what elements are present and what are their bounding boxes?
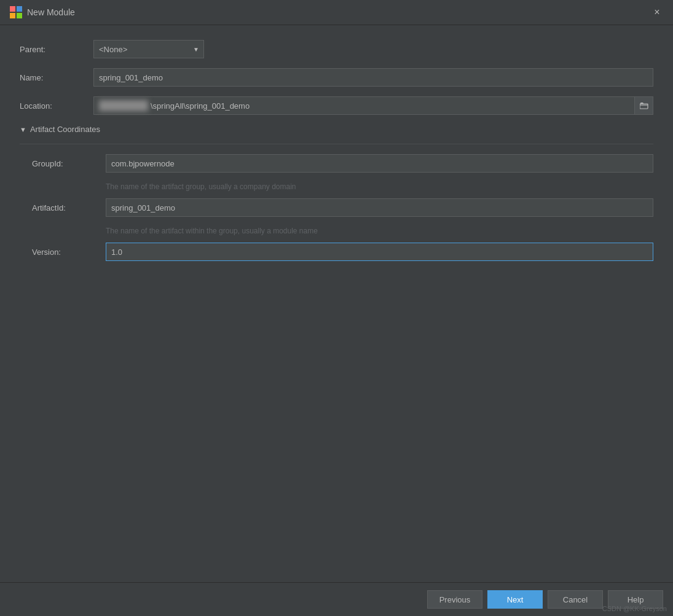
artifactid-label: ArtifactId: (32, 203, 106, 212)
location-blurred-part (99, 100, 148, 111)
svg-rect-3 (17, 13, 22, 18)
svg-rect-4 (640, 104, 648, 109)
name-row: Name: (20, 68, 653, 87)
dialog-content: Parent: <None> Name: Location: \springAl… (0, 25, 673, 582)
groupid-row: GroupId: (32, 154, 653, 173)
previous-button[interactable]: Previous (427, 590, 482, 609)
artifact-coordinates-content: GroupId: The name of the artifact group,… (32, 154, 653, 261)
version-row: Version: (32, 243, 653, 261)
artifact-coordinates-header: ▼ Artifact Coordinates (20, 125, 653, 134)
parent-label: Parent: (20, 45, 93, 54)
name-input-wrapper (93, 68, 653, 87)
location-path: \springAll\spring_001_demo (151, 101, 250, 111)
location-label: Location: (20, 101, 93, 111)
artifactid-input-wrapper (106, 198, 653, 217)
svg-rect-1 (17, 6, 22, 12)
artifactid-input[interactable] (106, 198, 653, 217)
new-module-dialog: New Module × Parent: <None> Name: Locati… (0, 0, 673, 616)
groupid-label: GroupId: (32, 159, 106, 168)
groupid-input-wrapper (106, 154, 653, 173)
parent-select[interactable]: <None> (93, 40, 204, 58)
cancel-button[interactable]: Cancel (548, 590, 603, 609)
location-browse-button[interactable] (635, 96, 653, 115)
groupid-hint: The name of the artifact group, usually … (106, 182, 653, 191)
section-divider (20, 144, 653, 144)
parent-row: Parent: <None> (20, 40, 653, 58)
location-input-wrapper: \springAll\spring_001_demo (93, 96, 653, 115)
parent-select-container: <None> (93, 40, 204, 58)
version-input-wrapper (106, 243, 653, 261)
svg-rect-2 (10, 13, 15, 18)
artifactid-hint: The name of the artifact within the grou… (106, 227, 653, 235)
svg-rect-0 (10, 6, 15, 12)
close-button[interactable]: × (651, 6, 663, 18)
app-icon (10, 6, 22, 18)
title-bar: New Module × (0, 0, 673, 25)
dialog-title: New Module (27, 7, 651, 17)
name-label: Name: (20, 73, 93, 82)
name-input[interactable] (93, 68, 653, 87)
artifactid-row: ArtifactId: (32, 198, 653, 217)
next-button[interactable]: Next (487, 590, 543, 609)
version-input[interactable] (106, 243, 653, 261)
version-label: Version: (32, 248, 106, 257)
dialog-footer: Previous Next Cancel Help (0, 582, 673, 616)
groupid-input[interactable] (106, 154, 653, 173)
artifact-coordinates-title: Artifact Coordinates (30, 125, 100, 134)
collapse-arrow-icon[interactable]: ▼ (20, 126, 26, 133)
watermark: CSDN @KK-Greyson (602, 605, 667, 612)
location-row: Location: \springAll\spring_001_demo (20, 96, 653, 115)
